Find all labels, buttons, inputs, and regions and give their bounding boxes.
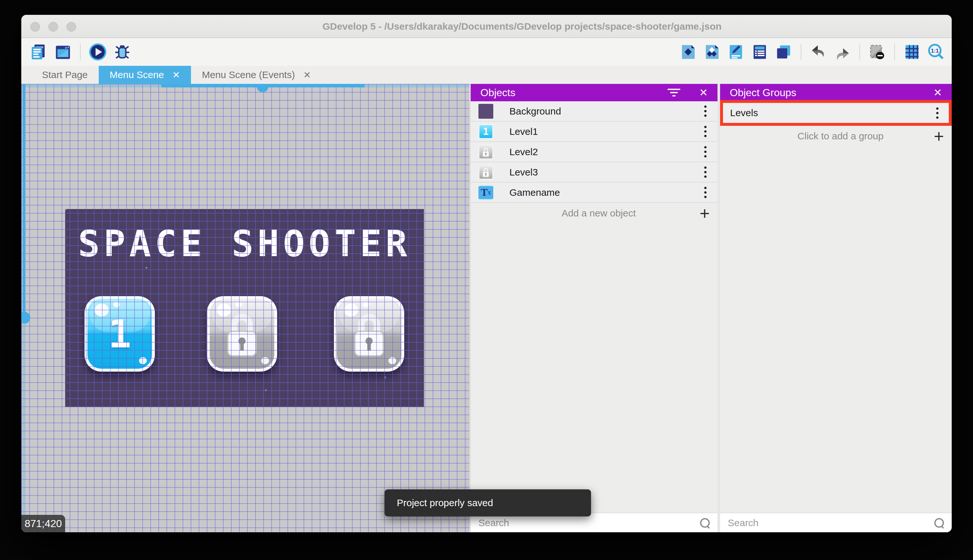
level3-button-object[interactable] bbox=[334, 296, 404, 372]
tab-menu-scene[interactable]: Menu Scene ✕ bbox=[99, 66, 191, 84]
horizontal-scrollbar-thumb[interactable] bbox=[257, 84, 268, 92]
object-groups-panel-header: Object Groups ✕ bbox=[720, 84, 952, 101]
object-name: Level1 bbox=[510, 126, 538, 137]
toolbar-separator bbox=[860, 43, 860, 60]
undo-icon[interactable] bbox=[810, 43, 827, 61]
toolbar-separator bbox=[80, 43, 81, 60]
object-menu-icon[interactable] bbox=[701, 144, 710, 159]
toolbar-left bbox=[21, 43, 132, 61]
lock-thumbnail bbox=[478, 145, 493, 159]
close-tab-icon[interactable]: ✕ bbox=[172, 70, 180, 80]
lock-icon bbox=[223, 309, 261, 358]
object-name: Background bbox=[510, 106, 561, 117]
project-manager-icon[interactable] bbox=[29, 43, 48, 61]
object-groups-panel-title: Object Groups bbox=[730, 87, 796, 99]
scene-canvas[interactable]: SPACE SHOOTER 1 bbox=[21, 84, 470, 532]
object-groups-panel: Object Groups ✕ Levels Click to add a gr… bbox=[720, 84, 952, 532]
scene-editor-icon[interactable] bbox=[53, 43, 72, 61]
level1-button-object[interactable]: 1 bbox=[85, 296, 155, 372]
objects-panel-icon[interactable] bbox=[680, 43, 697, 61]
groups-search-input[interactable] bbox=[728, 517, 934, 528]
groups-panel-empty-area bbox=[720, 146, 952, 513]
button-highlight bbox=[235, 302, 242, 307]
objects-panel-title: Objects bbox=[480, 87, 515, 99]
filter-icon[interactable] bbox=[668, 89, 680, 97]
add-group-row[interactable]: Click to add a group + bbox=[720, 126, 952, 146]
lock-icon bbox=[482, 167, 490, 178]
object-groups-panel-icon[interactable] bbox=[703, 43, 721, 61]
objects-panel-empty-area bbox=[471, 223, 718, 513]
group-name: Levels bbox=[730, 107, 758, 118]
svg-text:1:1: 1:1 bbox=[931, 48, 938, 54]
object-menu-icon[interactable] bbox=[701, 124, 710, 139]
level2-button-object[interactable] bbox=[207, 296, 277, 372]
level1-thumbnail: 1 bbox=[478, 124, 493, 139]
vertical-scrollbar-fill bbox=[23, 84, 25, 318]
tab-start-page[interactable]: Start Page bbox=[31, 66, 99, 84]
close-panel-icon[interactable]: ✕ bbox=[933, 87, 942, 99]
object-menu-icon[interactable] bbox=[701, 103, 710, 119]
window-title: GDevelop 5 - /Users/dkarakay/Documents/G… bbox=[21, 15, 952, 38]
objects-search-input[interactable] bbox=[478, 517, 700, 528]
editor-tab-bar: Start Page Menu Scene ✕ Menu Scene (Even… bbox=[21, 66, 952, 84]
object-row-level1[interactable]: 1 Level1 bbox=[471, 122, 718, 142]
toolbar-separator bbox=[894, 43, 895, 60]
mask-toggle-icon[interactable] bbox=[868, 43, 886, 61]
tab-label: Menu Scene bbox=[110, 69, 164, 80]
background-stars bbox=[65, 209, 67, 210]
close-tab-icon[interactable]: ✕ bbox=[303, 70, 311, 80]
layers-panel-icon[interactable] bbox=[775, 43, 792, 61]
add-object-label: Add a new object bbox=[478, 208, 700, 219]
object-name: Level2 bbox=[510, 147, 538, 157]
object-menu-icon[interactable] bbox=[701, 165, 710, 180]
object-row-background[interactable]: Background bbox=[471, 101, 718, 122]
object-name: Level3 bbox=[510, 167, 538, 178]
groups-search-row bbox=[720, 513, 952, 532]
object-name: Gamename bbox=[510, 187, 560, 198]
object-row-gamename[interactable]: Tx Gamename bbox=[471, 183, 718, 203]
add-group-label: Click to add a group bbox=[728, 131, 934, 142]
toolbar-right: 1:1 bbox=[680, 43, 952, 61]
group-menu-icon[interactable] bbox=[933, 105, 942, 121]
level-number: 1 bbox=[87, 299, 152, 369]
object-row-level2[interactable]: Level2 bbox=[471, 142, 718, 162]
search-icon bbox=[934, 518, 944, 528]
text-object-thumbnail: Tx bbox=[478, 185, 493, 200]
cursor-coordinates: 871;420 bbox=[21, 515, 65, 532]
group-row-levels-highlighted[interactable]: Levels bbox=[720, 100, 952, 126]
properties-panel-icon[interactable] bbox=[727, 43, 745, 61]
object-menu-icon[interactable] bbox=[701, 185, 710, 200]
objects-panel-header: Objects ✕ bbox=[471, 84, 718, 101]
play-button-icon[interactable] bbox=[88, 43, 107, 61]
title-bar: GDevelop 5 - /Users/dkarakay/Documents/G… bbox=[21, 15, 952, 38]
grid-icon[interactable] bbox=[903, 43, 921, 61]
button-highlight bbox=[388, 357, 396, 364]
scene-title-text[interactable]: SPACE SHOOTER bbox=[65, 223, 424, 265]
toolbar: 1:1 bbox=[21, 38, 952, 66]
vertical-scrollbar-thumb[interactable] bbox=[21, 312, 30, 323]
redo-icon[interactable] bbox=[834, 43, 851, 61]
objects-panel: Objects ✕ Background 1 Level1 Level2 bbox=[471, 84, 718, 532]
add-object-row[interactable]: Add a new object + bbox=[471, 203, 718, 223]
tab-label: Start Page bbox=[42, 69, 88, 80]
toast-message: Project properly saved bbox=[397, 497, 493, 508]
button-highlight bbox=[261, 357, 269, 364]
plus-icon[interactable]: + bbox=[934, 130, 944, 143]
horizontal-scrollbar[interactable] bbox=[21, 84, 470, 87]
save-toast: Project properly saved bbox=[385, 489, 591, 517]
search-icon bbox=[700, 518, 710, 528]
lock-icon bbox=[482, 147, 490, 157]
tab-menu-scene-events[interactable]: Menu Scene (Events) ✕ bbox=[191, 66, 322, 84]
tab-label: Menu Scene (Events) bbox=[202, 69, 295, 80]
close-panel-icon[interactable]: ✕ bbox=[699, 87, 708, 99]
debug-icon[interactable] bbox=[113, 43, 132, 61]
lock-icon bbox=[350, 309, 388, 358]
zoom-one-to-one-icon[interactable]: 1:1 bbox=[927, 43, 945, 61]
button-highlight bbox=[363, 302, 369, 307]
background-thumbnail bbox=[478, 104, 493, 119]
instances-list-icon[interactable] bbox=[751, 43, 768, 61]
plus-icon[interactable]: + bbox=[700, 207, 710, 220]
object-row-level3[interactable]: Level3 bbox=[471, 162, 718, 183]
panel-divider[interactable] bbox=[718, 84, 720, 532]
gdevelop-window: GDevelop 5 - /Users/dkarakay/Documents/G… bbox=[21, 15, 952, 532]
